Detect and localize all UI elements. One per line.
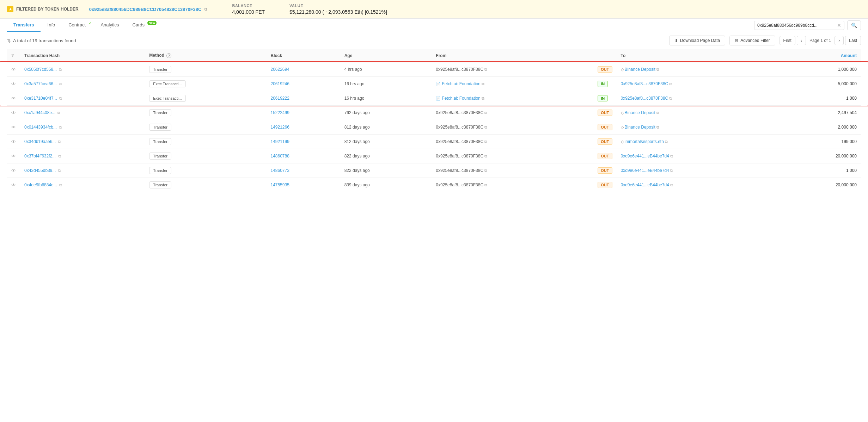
copy-to-icon[interactable]: ⧉ [656, 111, 659, 115]
copy-to-icon[interactable]: ⧉ [665, 139, 668, 144]
tx-hash-link[interactable]: 0x01443934fcb... [24, 125, 57, 130]
to-address-link[interactable]: 0xd9e6e441...eB44be7d4 [621, 182, 669, 187]
direction-badge: OUT [598, 182, 612, 188]
copy-to-icon[interactable]: ⧉ [656, 67, 659, 72]
tx-hash-link[interactable]: 0x5050f7cd558... [24, 67, 57, 72]
block-number[interactable]: 15222499 [271, 110, 289, 115]
tx-hash-cell: 0x01443934fcb... ⧉ [20, 120, 145, 135]
copy-tx-icon[interactable]: ⧉ [59, 82, 62, 86]
from-address: 0x925e8af8...c3870F38C [436, 182, 483, 187]
contract-check-badge: ✓ [88, 21, 92, 26]
amount-cell: 199,000 [781, 135, 861, 149]
next-page-button[interactable]: › [835, 36, 844, 45]
block-number[interactable]: 14921266 [271, 125, 289, 130]
copy-from-icon[interactable]: ⧉ [484, 139, 487, 144]
eye-icon[interactable]: 👁 [11, 168, 16, 173]
advanced-filter-button[interactable]: ⊟ Advanced Filter [729, 36, 775, 45]
block-number[interactable]: 20619246 [271, 81, 289, 86]
tx-hash-link[interactable]: 0x4ee9fb6884e... [24, 182, 57, 187]
eye-icon[interactable]: 👁 [11, 96, 16, 101]
last-page-button[interactable]: Last [845, 36, 861, 45]
copy-from-icon[interactable]: ⧉ [484, 111, 487, 115]
to-address-link[interactable]: 0xd9e6e441...eB44be7d4 [621, 168, 669, 173]
download-icon: ⬇ [674, 38, 678, 43]
copy-from-icon[interactable]: ⧉ [484, 67, 487, 72]
copy-address-icon[interactable]: ⧉ [204, 7, 207, 12]
table-row: 👁0x3a577fcea66... ⧉Exec Transacti...2061… [7, 77, 861, 91]
search-button[interactable]: 🔍 [847, 20, 861, 30]
to-address-link[interactable]: 0x925e8af8...c3870F38C [621, 81, 668, 86]
to-address-link[interactable]: Binance Deposit [625, 67, 655, 72]
filter-address[interactable]: 0x925e8af880456DC989B8CCD7054828Cc3870F3… [89, 7, 202, 12]
tx-hash-link[interactable]: 0x3a577fcea66... [24, 81, 57, 86]
tab-cards[interactable]: Cards New [126, 19, 156, 32]
block-number[interactable]: 14921199 [271, 139, 289, 144]
copy-to-icon[interactable]: ⧉ [669, 96, 672, 100]
block-number[interactable]: 14755935 [271, 182, 289, 187]
copy-to-icon[interactable]: ⧉ [669, 82, 672, 86]
to-address-link[interactable]: 0x925e8af8...c3870F38C [621, 96, 668, 101]
copy-tx-icon[interactable]: ⧉ [59, 183, 62, 187]
block-number[interactable]: 14860788 [271, 154, 289, 159]
age-text: 812 days ago [344, 139, 370, 144]
method-info-icon[interactable]: ? [166, 53, 171, 58]
copy-tx-icon[interactable]: ⧉ [58, 154, 61, 158]
copy-tx-icon[interactable]: ⧉ [58, 139, 61, 144]
copy-to-icon[interactable]: ⧉ [656, 125, 659, 129]
copy-tx-icon[interactable]: ⧉ [59, 96, 62, 100]
direction-cell: OUT [593, 149, 616, 163]
direction-cell: OUT [593, 120, 616, 135]
search-input[interactable] [757, 23, 835, 28]
to-cell: ◇Binance Deposit⧉ [617, 62, 781, 77]
tx-hash-link[interactable]: 0xe31710e04f7... [24, 96, 57, 101]
from-address-link[interactable]: Fetch.ai: Foundation [442, 81, 480, 86]
to-address-link[interactable]: 0xd9e6e441...eB44be7d4 [621, 154, 669, 159]
copy-from-icon[interactable]: ⧉ [482, 82, 484, 86]
value-section: VALUE $5,121,280.00 ( ~2,093.0553 Eth) [… [289, 4, 387, 15]
copy-tx-icon[interactable]: ⧉ [58, 168, 61, 173]
eye-icon[interactable]: 👁 [11, 81, 16, 87]
eye-icon[interactable]: 👁 [11, 139, 16, 144]
copy-from-icon[interactable]: ⧉ [484, 183, 487, 187]
copy-from-icon[interactable]: ⧉ [484, 168, 487, 173]
eye-icon[interactable]: 👁 [11, 182, 16, 188]
block-number[interactable]: 14860773 [271, 168, 289, 173]
eye-icon[interactable]: 👁 [11, 125, 16, 130]
copy-tx-icon[interactable]: ⧉ [59, 67, 62, 72]
copy-to-icon[interactable]: ⧉ [670, 168, 673, 173]
col-block: Block [267, 49, 340, 62]
copy-tx-icon[interactable]: ⧉ [57, 111, 60, 115]
to-address-link[interactable]: Binance Deposit [625, 125, 655, 130]
tx-hash-link[interactable]: 0x43d455db39... [24, 168, 56, 173]
copy-from-icon[interactable]: ⧉ [484, 154, 487, 158]
tx-hash-link[interactable]: 0xc1a944c08e... [24, 110, 55, 115]
tab-analytics[interactable]: Analytics [94, 19, 125, 32]
copy-tx-icon[interactable]: ⧉ [59, 125, 62, 129]
block-number[interactable]: 20619222 [271, 96, 289, 101]
copy-from-icon[interactable]: ⧉ [482, 96, 484, 100]
to-address-link[interactable]: immortalsesports.eth [625, 139, 664, 144]
eye-icon[interactable]: 👁 [11, 154, 16, 159]
first-page-button[interactable]: First [780, 36, 795, 45]
block-number[interactable]: 20622694 [271, 67, 289, 72]
to-cell: 0x925e8af8...c3870F38C⧉ [617, 77, 781, 91]
eye-icon[interactable]: 👁 [11, 67, 16, 72]
eye-icon[interactable]: 👁 [11, 110, 16, 116]
from-cell: 0x925e8af8...c3870F38C⧉ [432, 62, 593, 77]
tx-hash-link[interactable]: 0x34db19aae6... [24, 139, 56, 144]
from-address-link[interactable]: Fetch.ai: Foundation [442, 96, 480, 101]
download-button[interactable]: ⬇ Download Page Data [669, 36, 725, 45]
tab-contract[interactable]: Contract ✓ [62, 19, 93, 32]
tab-info[interactable]: Info [41, 19, 62, 32]
copy-from-icon[interactable]: ⧉ [484, 125, 487, 129]
copy-to-icon[interactable]: ⧉ [670, 183, 673, 187]
copy-to-icon[interactable]: ⧉ [670, 154, 673, 158]
direction-badge: OUT [598, 110, 612, 116]
prev-page-button[interactable]: ‹ [797, 36, 806, 45]
eye-cell: 👁 [7, 77, 20, 91]
tx-hash-link[interactable]: 0x37bf4ff632f2... [24, 154, 56, 159]
search-clear-icon[interactable]: ✕ [837, 23, 841, 28]
to-address-link[interactable]: Binance Deposit [625, 110, 655, 115]
method-badge: Exec Transacti... [149, 95, 185, 102]
tab-transfers[interactable]: Transfers [7, 19, 41, 32]
